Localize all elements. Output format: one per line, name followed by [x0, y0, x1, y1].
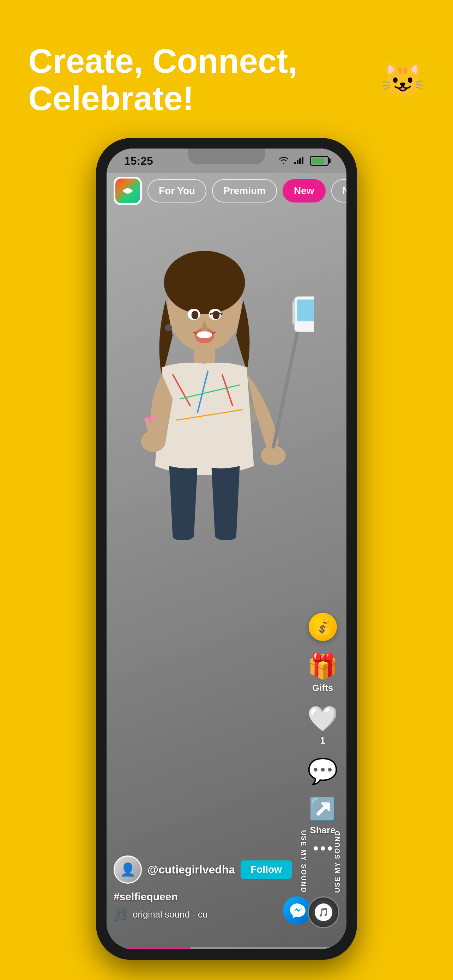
person-svg: [120, 201, 314, 837]
gift-section[interactable]: 🎁 Gifts: [307, 652, 338, 694]
messenger-icon[interactable]: [283, 896, 311, 924]
svg-rect-27: [297, 160, 299, 164]
battery-fill: [312, 158, 324, 164]
sound-row: 🎵 original sound - cu: [114, 908, 300, 921]
person-figure: [120, 184, 314, 854]
right-actions: 💰 🎁 Gifts 🤍 1 💬 ↗️ Share: [307, 613, 338, 851]
tab-premium[interactable]: Premium: [212, 179, 277, 202]
svg-rect-26: [294, 162, 296, 164]
use-my-sound-left: USE MY SOUND: [334, 830, 342, 893]
gift-label: Gifts: [312, 682, 333, 694]
svg-point-12: [261, 445, 286, 465]
svg-rect-16: [297, 299, 314, 321]
nav-tabs: For You Premium New Near You Duet: [106, 173, 347, 208]
hero-emoji: 😺: [381, 59, 425, 100]
bottom-info: 👤 @cutiegirlvedha Follow #selfiequeen 🎵 …: [114, 856, 300, 921]
comment-icon: 💬: [307, 757, 338, 785]
signal-icon: [294, 155, 305, 167]
svg-point-20: [213, 311, 220, 319]
svg-point-23: [165, 324, 172, 331]
user-row: 👤 @cutiegirlvedha Follow: [114, 856, 300, 884]
svg-point-24: [144, 417, 151, 422]
svg-line-11: [154, 419, 155, 433]
battery-icon: [310, 156, 329, 166]
status-bar: 15:25: [106, 148, 347, 173]
tab-for-you[interactable]: For You: [148, 179, 207, 202]
music-note-icon: 🎵: [114, 908, 128, 921]
status-icons: [278, 155, 329, 167]
progress-bar: [106, 947, 347, 949]
hashtag-row: #selfiequeen: [114, 891, 300, 903]
app-logo[interactable]: [114, 177, 142, 205]
heart-icon: 🤍: [307, 704, 338, 733]
heart-section[interactable]: 🤍 1: [307, 704, 338, 746]
username: @cutiegirlvedha: [148, 863, 235, 876]
svg-line-10: [148, 420, 151, 434]
phone-mockup: 15:25: [96, 138, 357, 960]
sound-disc[interactable]: 🎵: [308, 896, 339, 928]
progress-fill: [106, 947, 191, 949]
svg-point-22: [197, 331, 212, 338]
hero-section: Create, Connect, Celebrate! 😺: [0, 0, 453, 138]
status-time: 15:25: [124, 154, 153, 167]
phone-screen: 15:25: [106, 148, 347, 949]
svg-point-25: [150, 416, 157, 420]
coin-button[interactable]: 💰: [309, 613, 337, 641]
wifi-icon: [278, 155, 289, 167]
svg-point-30: [125, 188, 130, 194]
svg-line-13: [273, 321, 300, 449]
svg-point-19: [192, 311, 199, 319]
svg-rect-29: [302, 157, 304, 164]
svg-rect-28: [299, 158, 301, 164]
user-avatar[interactable]: 👤: [114, 856, 142, 884]
share-icon: ↗️: [309, 796, 337, 822]
svg-point-2: [164, 251, 245, 314]
hero-title: Create, Connect, Celebrate!: [28, 42, 374, 117]
tab-near-you[interactable]: Near You: [331, 179, 347, 202]
comment-button[interactable]: 💬: [307, 757, 338, 786]
follow-button[interactable]: Follow: [241, 861, 292, 879]
gift-icon: 🎁: [307, 652, 338, 681]
share-section[interactable]: ↗️ Share: [309, 796, 337, 836]
share-label: Share: [310, 825, 335, 836]
heart-count: 1: [320, 735, 325, 746]
use-my-sound-right: USE MY SOUND: [300, 830, 308, 893]
more-options[interactable]: [314, 846, 332, 851]
sound-name: original sound - cu: [133, 909, 207, 920]
tab-new[interactable]: New: [283, 179, 326, 202]
